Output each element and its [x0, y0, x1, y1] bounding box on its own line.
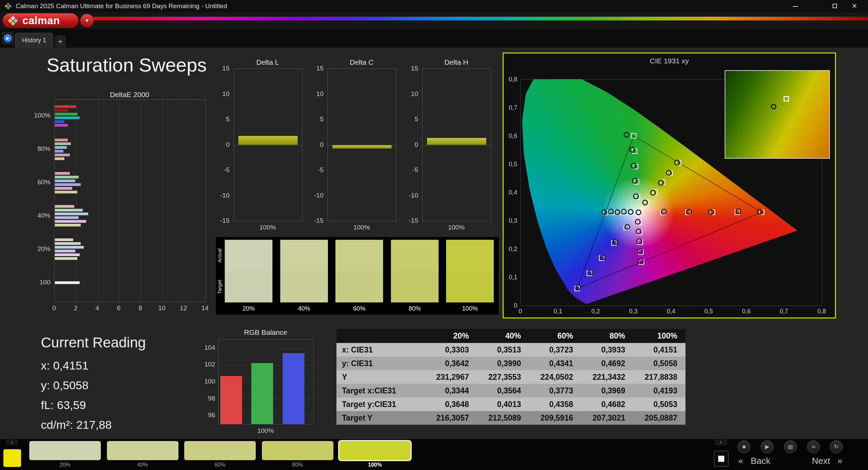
next-label: Next — [812, 456, 830, 466]
y-tick-label: 104 — [204, 344, 215, 351]
pattern-20-button[interactable]: 20% — [29, 441, 101, 469]
deltae-bar — [55, 250, 75, 252]
restore-button[interactable] — [827, 0, 843, 12]
deltae2000-x-axis: 02468101214 — [54, 304, 205, 313]
refresh-button[interactable]: ↻ — [830, 440, 843, 453]
expand-controls-handle[interactable]: ∧ — [715, 440, 727, 445]
continuous-measure-button[interactable]: ∞ — [807, 440, 820, 453]
delta-l-chart: Delta L 151050-5-10-15 100% — [215, 56, 306, 235]
play-button[interactable]: ▶ — [761, 440, 774, 453]
value-cell: 0,4341 — [529, 357, 581, 370]
table-row: Target x:CIE310,33440,35640,37730,39690,… — [336, 384, 685, 397]
tab-history-1[interactable]: History 1 — [15, 33, 53, 48]
pattern-100-button[interactable]: 100% — [339, 441, 411, 469]
target-color-swatch — [335, 271, 383, 302]
pattern-label: 40% — [107, 462, 178, 468]
row-label-cell: x: CIE31 — [336, 343, 425, 357]
next-button[interactable]: Next » — [812, 455, 842, 467]
deltae-bar — [55, 242, 81, 245]
stop-button[interactable]: ■ — [738, 440, 751, 453]
gridline — [98, 100, 98, 302]
swatch-columns: 20%40%60%80%100% — [216, 237, 499, 315]
y-tick-label: -15 — [215, 217, 230, 224]
back-chevrons-icon: « — [738, 456, 743, 466]
back-button[interactable]: « Back — [738, 455, 770, 467]
value-cell: 231,2967 — [425, 370, 477, 384]
swatch-level-label: 40% — [280, 305, 328, 312]
y-tick-label: 0,3 — [504, 217, 517, 224]
saturation-swatch-column: 100% — [446, 240, 494, 315]
measured-marker — [771, 104, 776, 109]
y-tick-label: 0,2 — [504, 245, 517, 253]
pattern-selector-row: 20%40%60%80%100% — [0, 439, 868, 470]
value-cell: 0,4692 — [581, 357, 633, 370]
deltae-bar — [55, 205, 74, 208]
deltae-bar — [55, 253, 80, 256]
deltae-bar — [55, 109, 68, 112]
y-tick-label: -10 — [215, 192, 230, 199]
table-header-cell — [336, 329, 425, 343]
value-cell: 227,3553 — [477, 370, 529, 384]
table-row: Y231,2967227,3553224,0502221,3432217,883… — [336, 370, 685, 384]
value-cell: 0,3990 — [477, 357, 529, 370]
y-tick-label: 10 — [309, 90, 323, 98]
x-axis-label: 100% — [328, 224, 396, 231]
value-cell: 221,3432 — [581, 370, 633, 384]
y-tick-label: -5 — [215, 166, 230, 174]
row-label-cell: Y — [336, 370, 425, 384]
table-row: y: CIE310,36420,39900,43410,46920,5058 — [336, 357, 685, 370]
pattern-60-button[interactable]: 60% — [184, 441, 256, 469]
measured-marker — [666, 171, 671, 175]
table-header-cell: 80% — [581, 329, 633, 343]
delta-l-y-axis: 151050-5-10-15 — [215, 68, 231, 221]
play-icon: ▶ — [765, 444, 769, 450]
deltae2000-plot — [54, 99, 206, 302]
saturation-swatch-column: 80% — [391, 240, 439, 315]
y-tick-label: 10 — [215, 90, 230, 98]
delta-value-bar — [238, 136, 298, 145]
minimize-button[interactable] — [788, 0, 803, 12]
delta-h-plot — [422, 68, 491, 221]
x-tick-label: 0,2 — [589, 308, 602, 315]
delta-c-plot — [328, 68, 396, 221]
gridline — [119, 100, 120, 302]
chart-title: Delta C — [328, 58, 396, 66]
value-cell: 0,3564 — [477, 384, 529, 397]
save-icon: ▤ — [788, 444, 793, 450]
x-axis-label: 100% — [234, 224, 302, 231]
x-tick-label: 0 — [47, 304, 61, 312]
pattern-window-icon — [718, 456, 724, 462]
x-tick-label: 0 — [514, 308, 527, 315]
value-cell: 0,3969 — [581, 384, 633, 397]
pattern-label: 60% — [184, 462, 256, 468]
table-row: Target y:CIE310,36480,40130,43580,46820,… — [336, 397, 685, 411]
loop-icon: ∞ — [811, 444, 815, 450]
pattern-window-button[interactable] — [714, 451, 729, 467]
x-tick-label: 0,6 — [740, 308, 753, 315]
chart-title: Delta H — [422, 58, 490, 66]
reading-y: y: 0,5058 — [41, 379, 146, 392]
rgb-balance-plot — [218, 339, 314, 424]
deltae-bar — [55, 105, 76, 108]
value-cell: 0,5053 — [633, 397, 685, 411]
pattern-label: 20% — [29, 462, 101, 468]
add-tab-button[interactable]: + — [54, 35, 66, 48]
back-label: Back — [751, 456, 770, 466]
calman-logo-menu[interactable]: calman — [3, 13, 78, 28]
close-button[interactable]: × — [847, 0, 862, 12]
logo-dropdown-button[interactable]: ▼ — [80, 14, 94, 27]
green-level-bar — [251, 363, 273, 424]
target-color-swatch — [391, 271, 439, 302]
delta-h-chart: Delta H 151050-5-10-15 100% — [403, 56, 495, 235]
chevron-down-icon: ▼ — [85, 18, 90, 23]
value-cell: 0,3723 — [529, 343, 581, 357]
pattern-80-button[interactable]: 80% — [262, 441, 333, 469]
pattern-40-button[interactable]: 40% — [107, 441, 178, 469]
save-button[interactable]: ▤ — [784, 440, 797, 453]
actual-color-swatch — [225, 240, 272, 271]
deltae-bar — [55, 120, 64, 123]
history-nav-button[interactable]: ▶ — [2, 32, 14, 44]
deltae-bar — [55, 179, 75, 182]
measured-marker — [709, 210, 713, 215]
target-color-swatch — [280, 271, 328, 302]
